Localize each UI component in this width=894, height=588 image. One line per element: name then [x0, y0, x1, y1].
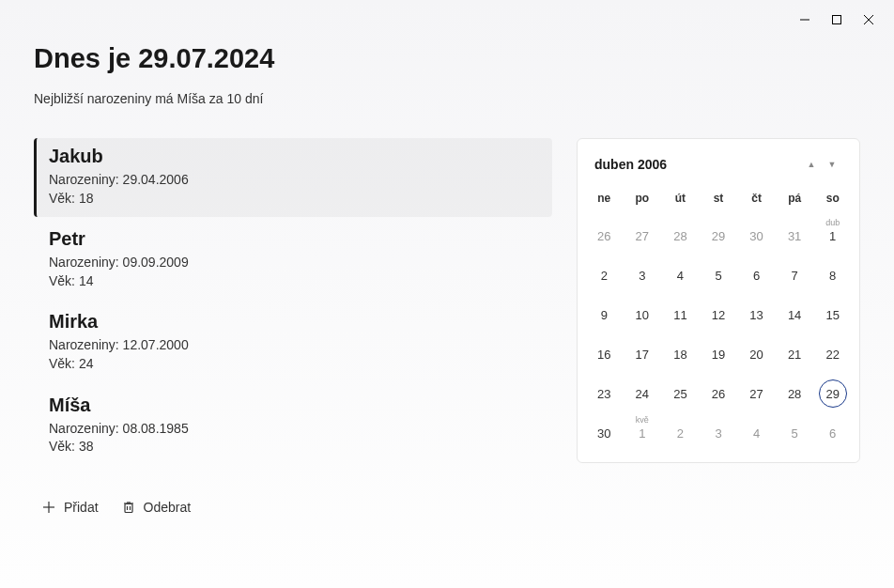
person-item[interactable]: MirkaNarozeniny: 12.07.2000Věk: 24 [34, 303, 552, 382]
calendar-dow: pá [776, 184, 814, 216]
calendar-day[interactable]: 25 [661, 374, 700, 413]
calendar-day[interactable]: 12 [700, 295, 738, 334]
close-icon[interactable] [862, 13, 875, 26]
calendar-day[interactable]: 4 [737, 413, 776, 453]
person-name: Petr [49, 228, 537, 250]
calendar-day[interactable]: 26 [585, 216, 624, 255]
add-label: Přidat [64, 500, 99, 515]
calendar-day[interactable]: 6 [813, 413, 852, 453]
person-item[interactable]: PetrNarozeniny: 09.09.2009Věk: 14 [34, 221, 552, 300]
calendar-title[interactable]: duben 2006 [594, 157, 801, 172]
calendar-day[interactable]: 18 [661, 334, 700, 374]
calendar-prev-icon[interactable]: ▲ [801, 154, 822, 175]
person-item[interactable]: MíšaNarozeniny: 08.08.1985Věk: 38 [34, 387, 552, 466]
calendar-day[interactable]: 24 [624, 374, 662, 413]
remove-button[interactable]: Odebrat [121, 500, 192, 515]
people-list: JakubNarozeniny: 29.04.2006Věk: 18PetrNa… [34, 138, 552, 470]
calendar-day[interactable]: 10 [624, 295, 662, 334]
person-name: Míša [49, 395, 537, 416]
person-item[interactable]: JakubNarozeniny: 29.04.2006Věk: 18 [34, 138, 552, 217]
person-age: Věk: 24 [49, 355, 537, 374]
calendar-day[interactable]: 26 [700, 374, 738, 413]
svg-rect-1 [833, 16, 841, 24]
trash-icon [121, 500, 136, 515]
calendar-day[interactable]: 9 [585, 295, 624, 334]
calendar-day[interactable]: 2 [585, 255, 624, 295]
calendar-dow: út [661, 184, 700, 216]
person-age: Věk: 38 [49, 438, 537, 456]
calendar-day[interactable]: 17 [624, 334, 662, 374]
person-birthday: Narozeniny: 08.08.1985 [49, 420, 537, 439]
person-birthday: Narozeniny: 12.07.2000 [49, 336, 537, 355]
calendar-day[interactable]: 29 [700, 216, 738, 255]
calendar-day[interactable]: 28 [776, 374, 814, 413]
calendar-day[interactable]: 29 [813, 374, 852, 413]
calendar-day[interactable]: kvě1 [624, 413, 662, 453]
calendar-day[interactable]: 21 [776, 334, 814, 374]
page-title: Dnes je 29.07.2024 [34, 43, 860, 74]
calendar-day[interactable]: 19 [700, 334, 738, 374]
calendar-day[interactable]: 20 [737, 334, 776, 374]
maximize-icon[interactable] [830, 13, 843, 26]
calendar-day[interactable]: 30 [585, 413, 624, 453]
remove-label: Odebrat [144, 500, 192, 515]
plus-icon [41, 500, 56, 515]
calendar-day[interactable]: 2 [661, 413, 700, 453]
calendar-day[interactable]: 11 [661, 295, 700, 334]
calendar-day[interactable]: 3 [700, 413, 738, 453]
calendar-day[interactable]: 4 [661, 255, 700, 295]
calendar-dow: so [813, 184, 852, 216]
calendar-day[interactable]: 27 [624, 216, 662, 255]
calendar-day[interactable]: 13 [737, 295, 776, 334]
calendar-day[interactable]: 8 [813, 255, 852, 295]
calendar-day[interactable]: 7 [776, 255, 814, 295]
calendar-day[interactable]: 30 [737, 216, 776, 255]
calendar-day[interactable]: 31 [776, 216, 814, 255]
calendar-day[interactable]: 22 [813, 334, 852, 374]
calendar-dow: st [700, 184, 738, 216]
svg-rect-6 [125, 503, 132, 512]
calendar-day[interactable]: 14 [776, 295, 814, 334]
calendar-day[interactable]: 3 [624, 255, 662, 295]
subtitle: Nejbližší narozeniny má Míša za 10 dní [34, 91, 860, 106]
person-name: Mirka [49, 311, 537, 333]
calendar-day[interactable]: 28 [661, 216, 700, 255]
calendar-month-hint: dub [825, 218, 840, 227]
add-button[interactable]: Přidat [41, 500, 99, 515]
calendar-day[interactable]: dub1 [813, 216, 852, 255]
person-birthday: Narozeniny: 29.04.2006 [49, 171, 537, 190]
calendar-day[interactable]: 23 [585, 374, 624, 413]
calendar-dow: ne [585, 184, 624, 216]
person-age: Věk: 14 [49, 272, 537, 291]
calendar-dow: po [624, 184, 662, 216]
calendar-day[interactable]: 15 [813, 295, 852, 334]
calendar: duben 2006 ▲ ▼ nepoútstčtpáso26272829303… [577, 138, 860, 463]
calendar-day[interactable]: 5 [776, 413, 814, 453]
calendar-month-hint: kvě [636, 415, 649, 425]
calendar-dow: čt [737, 184, 776, 216]
person-birthday: Narozeniny: 09.09.2009 [49, 254, 537, 272]
calendar-day[interactable]: 6 [737, 255, 776, 295]
calendar-day[interactable]: 16 [585, 334, 624, 374]
calendar-day[interactable]: 27 [737, 374, 776, 413]
minimize-icon[interactable] [798, 13, 811, 26]
person-name: Jakub [49, 146, 537, 167]
calendar-next-icon[interactable]: ▼ [822, 154, 842, 175]
calendar-day[interactable]: 5 [700, 255, 738, 295]
person-age: Věk: 18 [49, 190, 537, 209]
